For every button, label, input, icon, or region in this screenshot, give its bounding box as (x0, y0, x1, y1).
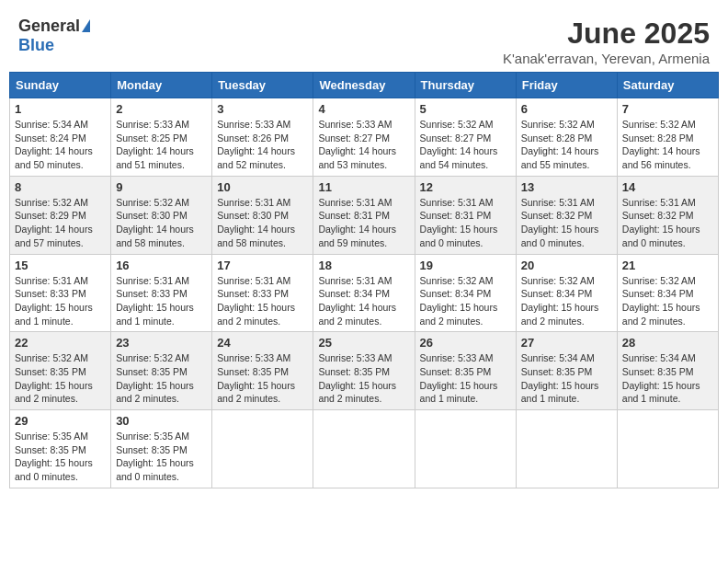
logo-general-text: General (18, 17, 80, 36)
day-info: Sunrise: 5:33 AMSunset: 8:25 PMDaylight:… (116, 118, 207, 172)
table-cell (617, 410, 718, 488)
day-info: Sunrise: 5:32 AMSunset: 8:28 PMDaylight:… (521, 118, 612, 172)
day-number: 8 (15, 180, 106, 194)
title-area: June 2025 K'anak'erravan, Yerevan, Armen… (503, 17, 710, 66)
table-cell: 26Sunrise: 5:33 AMSunset: 8:35 PMDayligh… (415, 332, 516, 410)
table-cell: 30Sunrise: 5:35 AMSunset: 8:35 PMDayligh… (111, 410, 212, 488)
day-info: Sunrise: 5:33 AMSunset: 8:35 PMDaylight:… (318, 351, 409, 406)
table-cell: 21Sunrise: 5:32 AMSunset: 8:34 PMDayligh… (617, 254, 718, 332)
logo-blue-text: Blue (18, 36, 54, 55)
table-cell: 23Sunrise: 5:32 AMSunset: 8:35 PMDayligh… (111, 332, 212, 410)
day-number: 29 (15, 414, 106, 428)
table-cell: 5Sunrise: 5:32 AMSunset: 8:27 PMDaylight… (415, 98, 516, 177)
calendar-row: 8Sunrise: 5:32 AMSunset: 8:29 PMDaylight… (10, 176, 719, 254)
calendar-row: 1Sunrise: 5:34 AMSunset: 8:24 PMDaylight… (10, 98, 719, 177)
day-info: Sunrise: 5:32 AMSunset: 8:34 PMDaylight:… (420, 274, 511, 328)
table-cell (516, 410, 617, 488)
day-info: Sunrise: 5:31 AMSunset: 8:31 PMDaylight:… (420, 196, 511, 250)
table-cell: 12Sunrise: 5:31 AMSunset: 8:31 PMDayligh… (415, 176, 516, 254)
table-cell: 11Sunrise: 5:31 AMSunset: 8:31 PMDayligh… (313, 176, 415, 254)
table-cell: 19Sunrise: 5:32 AMSunset: 8:34 PMDayligh… (415, 254, 516, 332)
day-info: Sunrise: 5:33 AMSunset: 8:27 PMDaylight:… (318, 118, 409, 172)
table-cell: 15Sunrise: 5:31 AMSunset: 8:33 PMDayligh… (10, 254, 111, 332)
day-number: 24 (217, 336, 308, 350)
table-cell: 25Sunrise: 5:33 AMSunset: 8:35 PMDayligh… (313, 332, 415, 410)
day-number: 22 (15, 336, 106, 350)
calendar-row: 15Sunrise: 5:31 AMSunset: 8:33 PMDayligh… (10, 254, 719, 332)
day-info: Sunrise: 5:31 AMSunset: 8:32 PMDaylight:… (622, 196, 713, 250)
table-cell: 13Sunrise: 5:31 AMSunset: 8:32 PMDayligh… (516, 176, 617, 254)
table-cell (415, 410, 516, 488)
day-info: Sunrise: 5:33 AMSunset: 8:26 PMDaylight:… (217, 118, 308, 172)
calendar-row: 22Sunrise: 5:32 AMSunset: 8:35 PMDayligh… (10, 332, 719, 410)
day-info: Sunrise: 5:33 AMSunset: 8:35 PMDaylight:… (420, 351, 511, 406)
table-cell: 6Sunrise: 5:32 AMSunset: 8:28 PMDaylight… (516, 98, 617, 177)
day-number: 16 (116, 259, 207, 272)
day-info: Sunrise: 5:34 AMSunset: 8:24 PMDaylight:… (15, 118, 106, 172)
day-info: Sunrise: 5:32 AMSunset: 8:34 PMDaylight:… (521, 274, 612, 328)
day-number: 5 (420, 102, 511, 116)
day-info: Sunrise: 5:32 AMSunset: 8:34 PMDaylight:… (622, 274, 713, 328)
table-cell: 3Sunrise: 5:33 AMSunset: 8:26 PMDaylight… (212, 98, 313, 177)
table-cell (212, 410, 313, 488)
day-number: 26 (420, 336, 511, 350)
day-info: Sunrise: 5:32 AMSunset: 8:35 PMDaylight:… (116, 351, 207, 406)
day-info: Sunrise: 5:32 AMSunset: 8:28 PMDaylight:… (622, 118, 713, 172)
col-saturday: Saturday (617, 73, 718, 98)
day-number: 9 (116, 180, 207, 194)
day-number: 11 (318, 180, 409, 194)
table-cell: 8Sunrise: 5:32 AMSunset: 8:29 PMDaylight… (10, 176, 111, 254)
day-info: Sunrise: 5:34 AMSunset: 8:35 PMDaylight:… (622, 351, 713, 406)
day-info: Sunrise: 5:31 AMSunset: 8:31 PMDaylight:… (318, 196, 409, 250)
day-info: Sunrise: 5:33 AMSunset: 8:35 PMDaylight:… (217, 351, 308, 406)
table-cell: 2Sunrise: 5:33 AMSunset: 8:25 PMDaylight… (111, 98, 212, 177)
calendar-row: 29Sunrise: 5:35 AMSunset: 8:35 PMDayligh… (10, 410, 719, 488)
day-number: 14 (622, 180, 713, 194)
location-title: K'anak'erravan, Yerevan, Armenia (503, 51, 710, 66)
table-cell: 1Sunrise: 5:34 AMSunset: 8:24 PMDaylight… (10, 98, 111, 177)
table-cell: 10Sunrise: 5:31 AMSunset: 8:30 PMDayligh… (212, 176, 313, 254)
day-number: 17 (217, 259, 308, 272)
col-friday: Friday (516, 73, 617, 98)
col-wednesday: Wednesday (313, 73, 415, 98)
day-info: Sunrise: 5:32 AMSunset: 8:35 PMDaylight:… (15, 351, 106, 406)
month-title: June 2025 (503, 17, 710, 51)
day-info: Sunrise: 5:32 AMSunset: 8:27 PMDaylight:… (420, 118, 511, 172)
table-cell: 27Sunrise: 5:34 AMSunset: 8:35 PMDayligh… (516, 332, 617, 410)
col-monday: Monday (111, 73, 212, 98)
day-number: 30 (116, 414, 207, 428)
table-cell: 24Sunrise: 5:33 AMSunset: 8:35 PMDayligh… (212, 332, 313, 410)
table-cell: 4Sunrise: 5:33 AMSunset: 8:27 PMDaylight… (313, 98, 415, 177)
table-cell: 9Sunrise: 5:32 AMSunset: 8:30 PMDaylight… (111, 176, 212, 254)
day-info: Sunrise: 5:32 AMSunset: 8:29 PMDaylight:… (15, 196, 106, 250)
day-number: 21 (622, 259, 713, 272)
day-info: Sunrise: 5:31 AMSunset: 8:34 PMDaylight:… (318, 274, 409, 328)
day-number: 4 (318, 102, 409, 116)
day-number: 25 (318, 336, 409, 350)
table-cell: 29Sunrise: 5:35 AMSunset: 8:35 PMDayligh… (10, 410, 111, 488)
calendar-table: Sunday Monday Tuesday Wednesday Thursday… (9, 72, 719, 488)
table-cell: 14Sunrise: 5:31 AMSunset: 8:32 PMDayligh… (617, 176, 718, 254)
table-cell: 28Sunrise: 5:34 AMSunset: 8:35 PMDayligh… (617, 332, 718, 410)
day-number: 2 (116, 102, 207, 116)
day-number: 10 (217, 180, 308, 194)
col-tuesday: Tuesday (212, 73, 313, 98)
table-cell: 7Sunrise: 5:32 AMSunset: 8:28 PMDaylight… (617, 98, 718, 177)
col-thursday: Thursday (415, 73, 516, 98)
logo: General Blue (18, 17, 90, 55)
table-cell (313, 410, 415, 488)
day-info: Sunrise: 5:31 AMSunset: 8:32 PMDaylight:… (521, 196, 612, 250)
table-cell: 22Sunrise: 5:32 AMSunset: 8:35 PMDayligh… (10, 332, 111, 410)
day-number: 7 (622, 102, 713, 116)
logo-triangle-icon (82, 19, 90, 32)
day-number: 13 (521, 180, 612, 194)
day-number: 6 (521, 102, 612, 116)
table-cell: 16Sunrise: 5:31 AMSunset: 8:33 PMDayligh… (111, 254, 212, 332)
table-cell: 18Sunrise: 5:31 AMSunset: 8:34 PMDayligh… (313, 254, 415, 332)
day-number: 28 (622, 336, 713, 350)
table-cell: 20Sunrise: 5:32 AMSunset: 8:34 PMDayligh… (516, 254, 617, 332)
day-number: 18 (318, 259, 409, 272)
col-sunday: Sunday (10, 73, 111, 98)
day-info: Sunrise: 5:31 AMSunset: 8:30 PMDaylight:… (217, 196, 308, 250)
day-number: 3 (217, 102, 308, 116)
